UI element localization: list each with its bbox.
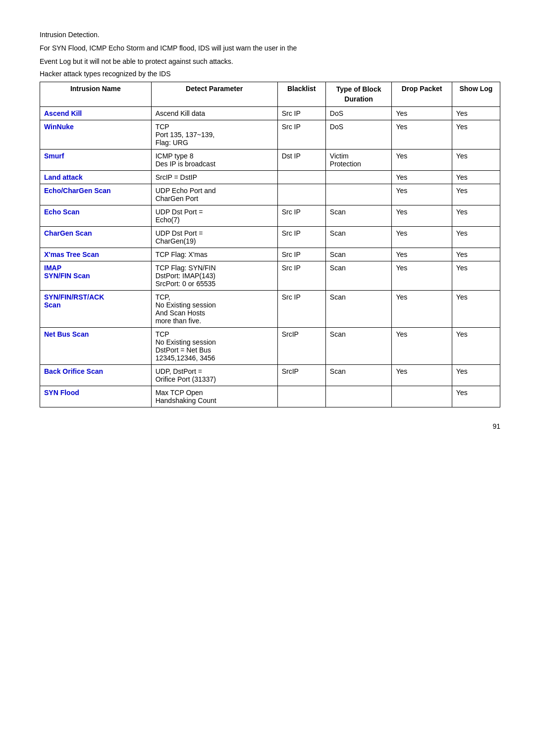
cell-type-of-block: DoS [325,120,392,150]
cell-detect-parameter: TCP Port 135, 137~139, Flag: URG [151,120,277,150]
cell-detect-parameter: TCP, No Existing session And Scan Hosts … [151,291,277,328]
intro-line2: For SYN Flood, ICMP Echo Storm and ICMP … [40,43,500,53]
cell-intrusion-name: Back Orifice Scan [40,365,152,386]
cell-intrusion-name: Echo Scan [40,205,152,227]
cell-intrusion-name: Land attack [40,171,152,184]
cell-drop-packet: Yes [392,248,452,261]
cell-drop-packet: Yes [392,150,452,171]
cell-drop-packet: Yes [392,291,452,328]
intro-line1: Intrusion Detection. [40,30,500,40]
cell-type-of-block: Scan [325,261,392,291]
cell-type-of-block [325,171,392,184]
table-row: Echo/CharGen ScanUDP Echo Port and CharG… [40,184,500,205]
cell-detect-parameter: TCP Flag: X'mas [151,248,277,261]
cell-show-log: Yes [452,328,500,365]
cell-intrusion-name: SYN Flood [40,386,152,407]
table-row: SmurfICMP type 8 Des IP is broadcastDst … [40,150,500,171]
cell-drop-packet [392,386,452,407]
cell-drop-packet: Yes [392,365,452,386]
cell-blacklist [277,171,325,184]
cell-intrusion-name: WinNuke [40,120,152,150]
cell-blacklist: Src IP [277,205,325,227]
table-row: Land attackSrcIP = DstIPYesYes [40,171,500,184]
cell-drop-packet: Yes [392,205,452,227]
cell-intrusion-name: Smurf [40,150,152,171]
th-duration-line2: Duration [344,95,373,103]
cell-detect-parameter: UDP Dst Port = Echo(7) [151,205,277,227]
table-row: SYN/FIN/RST/ACK ScanTCP, No Existing ses… [40,291,500,328]
th-intrusion-name: Intrusion Name [40,82,152,107]
cell-intrusion-name: Net Bus Scan [40,328,152,365]
cell-show-log: Yes [452,227,500,248]
table-row: Back Orifice ScanUDP, DstPort = Orifice … [40,365,500,386]
table-row: CharGen ScanUDP Dst Port = CharGen(19)Sr… [40,227,500,248]
cell-drop-packet: Yes [392,184,452,205]
cell-type-of-block: Scan [325,248,392,261]
intrusion-table: Intrusion Name Detect Parameter Blacklis… [40,82,500,407]
cell-blacklist: Src IP [277,227,325,248]
cell-type-of-block: Scan [325,328,392,365]
cell-show-log: Yes [452,107,500,120]
cell-blacklist: Src IP [277,248,325,261]
cell-drop-packet: Yes [392,171,452,184]
table-row: Ascend KillAscend Kill dataSrc IPDoSYesY… [40,107,500,120]
cell-blacklist: Src IP [277,107,325,120]
cell-show-log: Yes [452,386,500,407]
cell-detect-parameter: SrcIP = DstIP [151,171,277,184]
cell-type-of-block: Scan [325,205,392,227]
cell-show-log: Yes [452,171,500,184]
cell-drop-packet: Yes [392,328,452,365]
intro-line3: Event Log but it will not be able to pro… [40,56,500,67]
cell-show-log: Yes [452,120,500,150]
cell-blacklist [277,386,325,407]
table-row: X'mas Tree ScanTCP Flag: X'masSrc IPScan… [40,248,500,261]
cell-type-of-block [325,386,392,407]
cell-drop-packet: Yes [392,261,452,291]
cell-drop-packet: Yes [392,120,452,150]
page-number: 91 [40,422,500,430]
th-detect-parameter: Detect Parameter [151,82,277,107]
cell-intrusion-name: CharGen Scan [40,227,152,248]
cell-intrusion-name: Echo/CharGen Scan [40,184,152,205]
table-row: Net Bus ScanTCP No Existing session DstP… [40,328,500,365]
cell-detect-parameter: TCP Flag: SYN/FIN DstPort: IMAP(143) Src… [151,261,277,291]
cell-detect-parameter: Max TCP Open Handshaking Count [151,386,277,407]
cell-show-log: Yes [452,248,500,261]
th-type-of-block: Type of Block Duration [325,82,392,107]
cell-detect-parameter: UDP, DstPort = Orifice Port (31337) [151,365,277,386]
cell-type-of-block: Scan [325,291,392,328]
cell-detect-parameter: TCP No Existing session DstPort = Net Bu… [151,328,277,365]
cell-detect-parameter: UDP Dst Port = CharGen(19) [151,227,277,248]
table-row: WinNukeTCP Port 135, 137~139, Flag: URGS… [40,120,500,150]
cell-show-log: Yes [452,184,500,205]
cell-blacklist: SrcIP [277,328,325,365]
cell-blacklist: Src IP [277,291,325,328]
cell-type-of-block [325,184,392,205]
table-header-row: Intrusion Name Detect Parameter Blacklis… [40,82,500,107]
cell-intrusion-name: SYN/FIN/RST/ACK Scan [40,291,152,328]
cell-show-log: Yes [452,150,500,171]
cell-type-of-block: Victim Protection [325,150,392,171]
th-show-log: Show Log [452,82,500,107]
cell-drop-packet: Yes [392,107,452,120]
cell-blacklist: Src IP [277,261,325,291]
cell-detect-parameter: UDP Echo Port and CharGen Port [151,184,277,205]
cell-blacklist [277,184,325,205]
cell-blacklist: Src IP [277,120,325,150]
table-title: Hacker attack types recognized by the ID… [40,70,500,78]
cell-blacklist: SrcIP [277,365,325,386]
cell-detect-parameter: ICMP type 8 Des IP is broadcast [151,150,277,171]
cell-intrusion-name: Ascend Kill [40,107,152,120]
cell-type-of-block: Scan [325,227,392,248]
cell-show-log: Yes [452,365,500,386]
cell-show-log: Yes [452,261,500,291]
cell-type-of-block: DoS [325,107,392,120]
cell-detect-parameter: Ascend Kill data [151,107,277,120]
th-blacklist: Blacklist [277,82,325,107]
cell-show-log: Yes [452,205,500,227]
cell-intrusion-name: IMAP SYN/FIN Scan [40,261,152,291]
cell-drop-packet: Yes [392,227,452,248]
table-row: IMAP SYN/FIN ScanTCP Flag: SYN/FIN DstPo… [40,261,500,291]
th-type-block-line1: Type of Block [336,85,381,93]
table-row: Echo ScanUDP Dst Port = Echo(7)Src IPSca… [40,205,500,227]
